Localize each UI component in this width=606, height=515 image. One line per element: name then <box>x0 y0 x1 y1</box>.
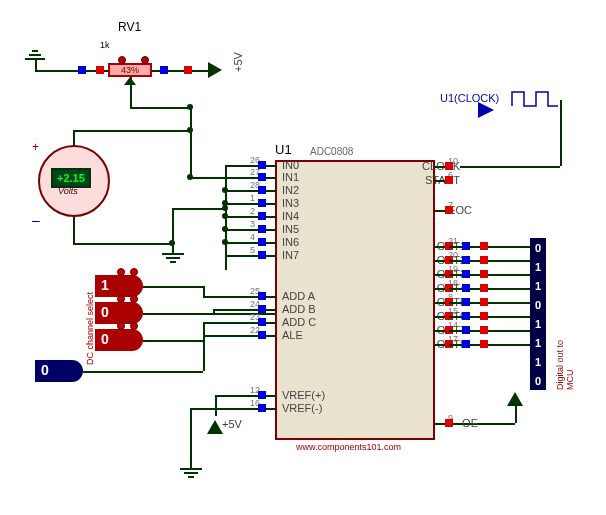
pin-num: 4 <box>250 232 255 242</box>
pin-label: IN3 <box>282 197 299 209</box>
pin-label: IN2 <box>282 184 299 196</box>
ic-part: ADC0808 <box>310 146 353 157</box>
ic-footer: www.components101.com <box>296 442 401 452</box>
pin-label: ALE <box>282 329 303 341</box>
logic-bit-b: 0 <box>95 304 115 320</box>
digital-out-label: Digital out to MCU <box>555 339 575 390</box>
ic-ref: U1 <box>275 142 292 157</box>
rail-5v-top: +5V <box>232 52 244 72</box>
digital-out-bit: 0 <box>530 297 546 314</box>
digital-out-bit: 1 <box>530 354 546 371</box>
digital-out-bit: 0 <box>530 373 546 390</box>
logic-bit-a: 1 <box>95 277 115 293</box>
voltmeter-unit: Volts <box>58 186 78 196</box>
pin-label: ADD C <box>282 316 316 328</box>
pin-num: 2 <box>250 206 255 216</box>
pot-inc-icon[interactable] <box>141 56 149 64</box>
pin-label: IN1 <box>282 171 299 183</box>
digital-out-bit: 1 <box>530 316 546 333</box>
arrow-up-icon <box>507 392 523 406</box>
pin-label: IN5 <box>282 223 299 235</box>
pin-label: ADD A <box>282 290 315 302</box>
voltmeter-reading: +2.15 <box>51 168 91 188</box>
arrow-up-icon <box>207 420 223 434</box>
digital-out-bit: 0 <box>530 240 546 257</box>
pin-label: VREF(+) <box>282 389 325 401</box>
pin-num: 5 <box>250 245 255 255</box>
pot-value: 1k <box>100 40 110 50</box>
pin-label: VREF(-) <box>282 402 322 414</box>
pot-ref: RV1 <box>118 20 141 34</box>
digital-out-bit: 1 <box>530 278 546 295</box>
rail-5v-mid: +5V <box>222 418 242 430</box>
pin-label: ADD B <box>282 303 316 315</box>
voltmeter-plus: + <box>32 140 39 154</box>
digital-out-bit: 1 <box>530 335 546 352</box>
pot-dec-icon[interactable] <box>118 56 126 64</box>
channel-select-label: DC channel select <box>85 292 95 365</box>
pin-label: IN0 <box>282 159 299 171</box>
logic-bit-c: 0 <box>95 331 115 347</box>
wiper-arrow-icon <box>124 77 136 85</box>
pin-label: IN6 <box>282 236 299 248</box>
logic-bit-ale: 0 <box>35 362 55 378</box>
arrow-icon <box>208 62 222 78</box>
pin-label: IN7 <box>282 249 299 261</box>
pin-num: 3 <box>250 219 255 229</box>
pin-label: IN4 <box>282 210 299 222</box>
pin-num: 1 <box>250 193 255 203</box>
clock-probe-icon <box>476 100 506 120</box>
digital-out-bit: 1 <box>530 259 546 276</box>
voltmeter-minus: – <box>32 212 40 228</box>
clock-waveform-icon <box>510 88 560 112</box>
